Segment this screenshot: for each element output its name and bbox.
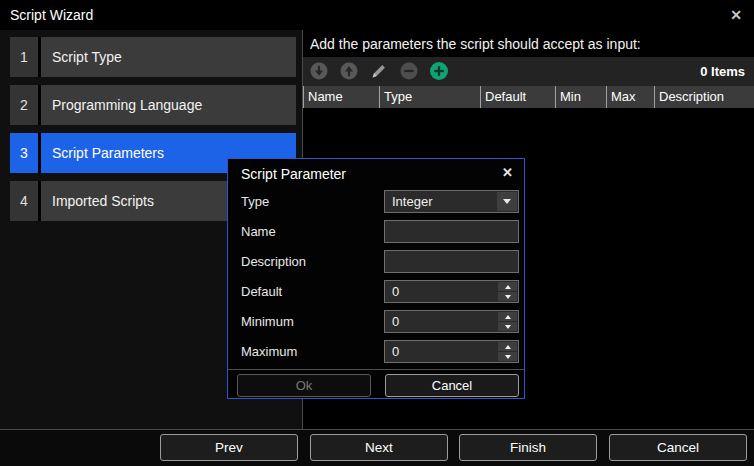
name-field[interactable] <box>384 220 519 243</box>
step-number: 4 <box>10 181 38 221</box>
remove-icon[interactable] <box>399 61 419 81</box>
ok-button[interactable]: Ok <box>237 374 371 397</box>
maximum-value: 0 <box>385 341 497 362</box>
step-number: 1 <box>10 37 38 77</box>
description-value <box>385 251 518 272</box>
description-field[interactable] <box>384 250 519 273</box>
step-label: Script Type <box>41 37 296 77</box>
instruction-text: Add the parameters the script should acc… <box>310 31 750 57</box>
arrow-up-icon <box>505 345 511 349</box>
minimum-spinner[interactable]: 0 <box>384 310 519 333</box>
arrow-up-icon <box>505 315 511 319</box>
prev-button[interactable]: Prev <box>160 434 298 461</box>
column-header-name[interactable]: Name <box>303 86 379 108</box>
cancel-button[interactable]: Cancel <box>609 434 747 461</box>
column-header-max[interactable]: Max <box>606 86 654 108</box>
spin-down-button[interactable] <box>498 292 517 301</box>
name-value <box>385 221 518 242</box>
wizard-footer: Prev Next Finish Cancel <box>0 430 754 466</box>
window-title: Script Wizard <box>10 0 93 30</box>
minimum-value: 0 <box>385 311 497 332</box>
arrow-up-icon <box>505 285 511 289</box>
description-label: Description <box>241 250 306 273</box>
type-value: Integer <box>385 191 496 212</box>
dialog-title: Script Parameter <box>241 166 346 182</box>
parameters-toolbar: 0 Items <box>303 57 754 86</box>
maximum-label: Maximum <box>241 340 297 363</box>
spin-up-button[interactable] <box>498 282 517 291</box>
titlebar: Script Wizard ✕ <box>0 0 754 30</box>
type-dropdown[interactable]: Integer <box>384 190 519 213</box>
sidebar-item-programming-language[interactable]: 2 Programming Language <box>10 85 296 125</box>
parameters-table-header: Name Type Default Min Max Description <box>303 86 754 108</box>
arrow-down-icon <box>505 295 511 299</box>
step-number: 3 <box>10 133 38 173</box>
type-label: Type <box>241 190 269 213</box>
spin-up-button[interactable] <box>498 312 517 321</box>
column-header-type[interactable]: Type <box>379 86 480 108</box>
maximum-spinner[interactable]: 0 <box>384 340 519 363</box>
name-label: Name <box>241 220 276 243</box>
column-header-min[interactable]: Min <box>555 86 606 108</box>
arrow-down-icon <box>505 355 511 359</box>
add-icon[interactable] <box>429 61 449 81</box>
edit-icon[interactable] <box>369 61 389 81</box>
dropdown-button[interactable] <box>497 192 517 211</box>
items-count: 0 Items <box>700 57 745 86</box>
sidebar-item-script-type[interactable]: 1 Script Type <box>10 37 296 77</box>
close-icon[interactable]: ✕ <box>730 5 742 25</box>
arrow-down-icon <box>505 325 511 329</box>
move-down-icon[interactable] <box>309 61 329 81</box>
move-up-icon[interactable] <box>339 61 359 81</box>
finish-button[interactable]: Finish <box>459 434 597 461</box>
spin-down-button[interactable] <box>498 322 517 331</box>
dialog-footer-divider <box>228 369 524 370</box>
dialog-cancel-button[interactable]: Cancel <box>385 374 519 397</box>
chevron-down-icon <box>503 199 511 204</box>
default-value: 0 <box>385 281 497 302</box>
default-spinner[interactable]: 0 <box>384 280 519 303</box>
step-number: 2 <box>10 85 38 125</box>
spin-up-button[interactable] <box>498 342 517 351</box>
dialog-close-icon[interactable]: ✕ <box>502 164 513 182</box>
spin-down-button[interactable] <box>498 352 517 361</box>
next-button[interactable]: Next <box>310 434 448 461</box>
step-label: Programming Language <box>41 85 296 125</box>
script-parameter-dialog: Script Parameter ✕ Type Integer Name Des… <box>227 158 525 399</box>
column-header-description[interactable]: Description <box>654 86 754 108</box>
minimum-label: Minimum <box>241 310 294 333</box>
column-header-default[interactable]: Default <box>480 86 555 108</box>
default-label: Default <box>241 280 282 303</box>
